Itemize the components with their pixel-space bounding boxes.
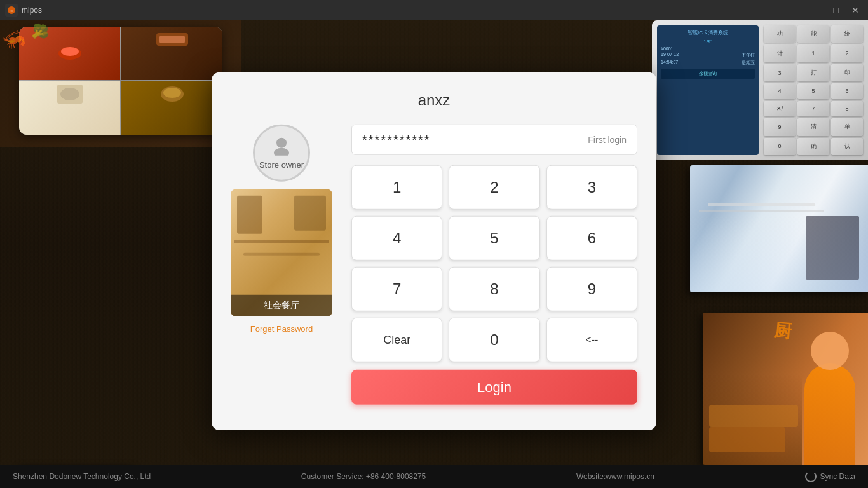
serving-photo-right: 厨 (703, 313, 868, 465)
dialog-title: anxz (231, 92, 637, 109)
password-dots: *********** (362, 132, 431, 147)
first-login-link[interactable]: First login (588, 135, 627, 145)
titlebar-left: m mipos (5, 4, 42, 17)
num-btn-6[interactable]: 6 (546, 216, 637, 261)
sync-icon (805, 471, 817, 482)
num-btn-9[interactable]: 9 (546, 267, 637, 311)
num-btn-2[interactable]: 2 (449, 165, 539, 210)
forget-password-link[interactable]: Forget Password (250, 324, 313, 334)
sync-label: Sync Data (820, 472, 855, 481)
svg-point-9 (163, 88, 181, 98)
svg-point-13 (276, 138, 287, 148)
clear-button[interactable]: Clear (351, 318, 442, 362)
avatar-preview: 社会餐厅 (231, 189, 332, 316)
num-btn-0[interactable]: 0 (449, 318, 539, 362)
svg-text:m: m (10, 8, 13, 13)
num-btn-7[interactable]: 7 (351, 267, 442, 311)
dialog-body: Store owner 社会餐厅 Forget Password (231, 125, 637, 405)
website-label: Website:www.mipos.cn (576, 472, 654, 481)
titlebar: m mipos — □ ✕ (0, 0, 868, 20)
num-btn-4[interactable]: 4 (351, 216, 442, 261)
window-controls: — □ ✕ (808, 4, 863, 17)
titlebar-title: mipos (22, 6, 42, 15)
bottom-bar: Shenzhen Dodonew Technology Co., Ltd Cus… (0, 465, 868, 488)
maximize-button[interactable]: □ (830, 4, 843, 17)
company-label: Shenzhen Dodonew Technology Co., Ltd (13, 472, 151, 481)
cafeteria-photo-right (690, 165, 868, 292)
password-field: *********** First login (351, 125, 637, 155)
close-button[interactable]: ✕ (848, 4, 863, 17)
numpad-section: *********** First login 1 2 3 4 5 6 7 8 … (351, 125, 637, 405)
svg-rect-5 (159, 36, 185, 43)
food-tray-image: 🦐 🥦 (0, 20, 241, 147)
login-dialog: anxz Store owner (212, 72, 656, 430)
avatar-label: Store owner (259, 160, 304, 170)
svg-point-7 (60, 88, 79, 100)
minimize-button[interactable]: — (808, 4, 825, 17)
num-btn-8[interactable]: 8 (449, 267, 539, 311)
svg-point-3 (61, 47, 79, 56)
login-button[interactable]: Login (351, 370, 637, 405)
num-btn-3[interactable]: 3 (546, 165, 637, 210)
svg-point-14 (274, 148, 289, 156)
numpad: 1 2 3 4 5 6 7 8 9 Clear 0 <-- (351, 165, 637, 362)
card-device-image: 智能IC卡消费系统 13□ #0001 19-07-12下午好 14:54:07… (652, 20, 868, 160)
num-btn-1[interactable]: 1 (351, 165, 442, 210)
avatar-circle[interactable]: Store owner (253, 125, 310, 182)
app-logo: m (5, 4, 18, 17)
customer-service-label: Customer Service: +86 400-8008275 (301, 472, 426, 481)
avatar-section: Store owner 社会餐厅 Forget Password (231, 125, 332, 405)
preview-label: 社会餐厅 (231, 295, 332, 316)
card-keypad: 功 能 统 计 1 2 3 打 印 4 5 6 ✕/ 7 8 9 清 单 0 确… (764, 25, 863, 155)
backspace-button[interactable]: <-- (546, 318, 637, 362)
sync-data-button[interactable]: Sync Data (805, 471, 855, 482)
card-screen: 智能IC卡消费系统 13□ #0001 19-07-12下午好 14:54:07… (657, 25, 759, 155)
num-btn-5[interactable]: 5 (449, 216, 539, 261)
